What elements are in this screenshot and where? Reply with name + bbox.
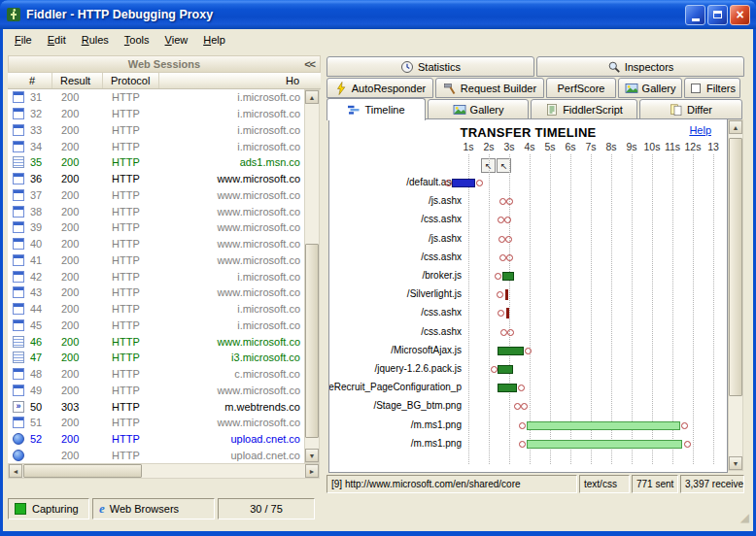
session-number: 48 (30, 368, 53, 380)
session-row[interactable]: 49200HTTPwww.microsoft.co (8, 383, 304, 399)
axis-tick-label: 1s (459, 141, 478, 152)
maximize-button[interactable] (707, 5, 728, 25)
column-header-result[interactable]: Result (52, 73, 103, 88)
tab-timeline[interactable]: Timeline (326, 98, 426, 120)
session-host: i.microsoft.co (160, 141, 304, 152)
scroll-left-button[interactable]: ◄ (9, 464, 22, 478)
tab-request-builder[interactable]: Request Builder (435, 78, 544, 98)
tab-label: Statistics (418, 61, 461, 73)
tab-statistics[interactable]: Statistics (326, 56, 534, 77)
session-row[interactable]: 37200HTTPwww.microsoft.co (8, 187, 304, 204)
session-protocol: HTTP (104, 156, 160, 168)
session-row[interactable]: 38200HTTPwww.microsoft.co (8, 203, 304, 219)
collapse-panel-button[interactable]: << (304, 58, 315, 70)
help-link[interactable]: Help (689, 124, 711, 136)
session-redirect-icon: » (13, 401, 24, 413)
scroll-down-button[interactable]: ▼ (729, 456, 742, 470)
menu-item-edit[interactable]: Edit (40, 31, 74, 49)
scroll-thumb[interactable] (305, 244, 319, 438)
session-row[interactable]: 51200HTTPwww.microsoft.co (8, 415, 304, 431)
session-row[interactable]: 41200HTTPwww.microsoft.co (8, 252, 304, 269)
checkbox-icon (689, 82, 703, 95)
tab-label: Request Builder (461, 83, 536, 94)
tab-autoresponder[interactable]: AutoResponder (326, 78, 433, 98)
timeline-vertical-scrollbar[interactable]: ▲ ▼ (728, 119, 743, 471)
session-number: 37 (30, 189, 53, 201)
menu-item-tools[interactable]: Tools (117, 31, 157, 49)
capturing-indicator[interactable]: Capturing (8, 498, 89, 519)
web-sessions-header: Web Sessions << (8, 55, 321, 73)
session-row[interactable]: 35200HTTPads1.msn.co (8, 154, 304, 171)
axis-tick-label: 9s (622, 141, 641, 152)
session-row[interactable]: »50303HTTPm.webtrends.co (8, 398, 304, 415)
session-protocol: HTTP (104, 173, 160, 184)
session-protocol: HTTP (104, 238, 160, 250)
tab-label: Differ (687, 104, 712, 116)
session-row[interactable]: 39200HTTPwww.microsoft.co (8, 219, 304, 236)
session-row[interactable]: 31200HTTPi.microsoft.co (8, 89, 304, 106)
tab-label: Gallery (470, 104, 504, 116)
session-result: 200 (53, 303, 104, 315)
timeline-row: /SiteRecruit_PageConfiguration_p (329, 379, 727, 397)
column-header-protocol[interactable]: Protocol (103, 73, 159, 88)
axis-tick-label: 5s (540, 141, 560, 152)
tab-fiddlerscript[interactable]: FiddlerScript (531, 99, 637, 119)
menu-item-view[interactable]: View (157, 31, 196, 49)
session-page-icon (13, 221, 24, 233)
session-row[interactable]: 44200HTTPi.microsoft.co (8, 301, 304, 318)
timeline-row-label: /jquery-1.2.6.pack.js (328, 363, 462, 374)
session-row[interactable]: 45200HTTPi.microsoft.co (8, 318, 304, 334)
timeline-row: /js.ashx (329, 192, 727, 211)
tab-differ[interactable]: Differ (639, 99, 742, 119)
scroll-thumb[interactable] (729, 138, 742, 396)
scroll-down-button[interactable]: ▼ (305, 449, 319, 462)
session-page-icon (13, 385, 24, 396)
sessions-horizontal-scrollbar[interactable]: ◄ ► (8, 463, 320, 479)
scroll-up-button[interactable]: ▲ (729, 120, 742, 134)
session-row[interactable]: 48200HTTPc.microsoft.co (8, 366, 304, 383)
session-row[interactable]: 42200HTTPi.microsoft.co (8, 268, 304, 285)
session-row[interactable]: 36200HTTPwww.microsoft.co (8, 171, 304, 187)
tab-gallery[interactable]: Gallery (618, 78, 682, 98)
session-row[interactable]: 47200HTTPi3.microsoft.co (8, 350, 304, 366)
sessions-column-header: # Result Protocol Ho (8, 73, 321, 89)
session-host: m.webtrends.co (160, 401, 304, 413)
session-row[interactable]: 32200HTTPi.microsoft.co (8, 106, 304, 122)
menu-item-rules[interactable]: Rules (74, 31, 117, 49)
session-row[interactable]: 40200HTTPwww.microsoft.co (8, 236, 304, 252)
process-filter[interactable]: e Web Browsers (92, 498, 215, 519)
tab-gallery-2[interactable]: Gallery (428, 99, 529, 119)
axis-tick-label: 7s (581, 141, 601, 152)
session-row[interactable]: 33200HTTPi.microsoft.co (8, 122, 304, 139)
tab-perfscore[interactable]: PerfScore (546, 78, 616, 98)
tab-inspectors[interactable]: Inspectors (536, 56, 744, 77)
session-row[interactable]: 200HTTPupload.cnet.co (8, 448, 304, 464)
session-row[interactable]: 52200HTTPupload.cnet.co (8, 431, 304, 448)
session-row[interactable]: 34200HTTPi.microsoft.co (8, 138, 304, 154)
column-header-host[interactable]: Ho (159, 73, 321, 88)
session-row[interactable]: 46200HTTPwww.microsoft.co (8, 333, 304, 350)
timeline-row-label: /css.ashx (328, 214, 462, 224)
minimize-button[interactable] (685, 5, 705, 25)
timeline-row: /MicrosoftAjax.js (329, 342, 727, 360)
session-row[interactable]: 43200HTTPwww.microsoft.co (8, 285, 304, 301)
menu-item-help[interactable]: Help (195, 31, 233, 49)
tab-filters[interactable]: Filters (684, 78, 740, 98)
session-number: 38 (30, 206, 53, 218)
transfer-bar (498, 347, 523, 355)
column-header-number[interactable]: # (8, 73, 52, 88)
session-count: 30 / 75 (218, 498, 315, 519)
timing-circle (495, 273, 501, 280)
session-number: 45 (30, 319, 53, 331)
resize-grip[interactable]: ◢ (740, 512, 749, 523)
menu-item-file[interactable]: File (7, 31, 40, 49)
close-button[interactable]: × (730, 5, 750, 25)
sessions-vertical-scrollbar[interactable]: ▲ ▼ (304, 89, 320, 463)
scroll-thumb[interactable] (23, 464, 142, 478)
session-protocol: HTTP (104, 206, 160, 218)
session-protocol: HTTP (104, 271, 160, 283)
timeline-row-label: /m.ms1.png (328, 438, 462, 449)
scroll-right-button[interactable]: ► (305, 464, 319, 478)
timeline-row: /m.ms1.png (329, 417, 727, 435)
scroll-up-button[interactable]: ▲ (305, 90, 319, 104)
